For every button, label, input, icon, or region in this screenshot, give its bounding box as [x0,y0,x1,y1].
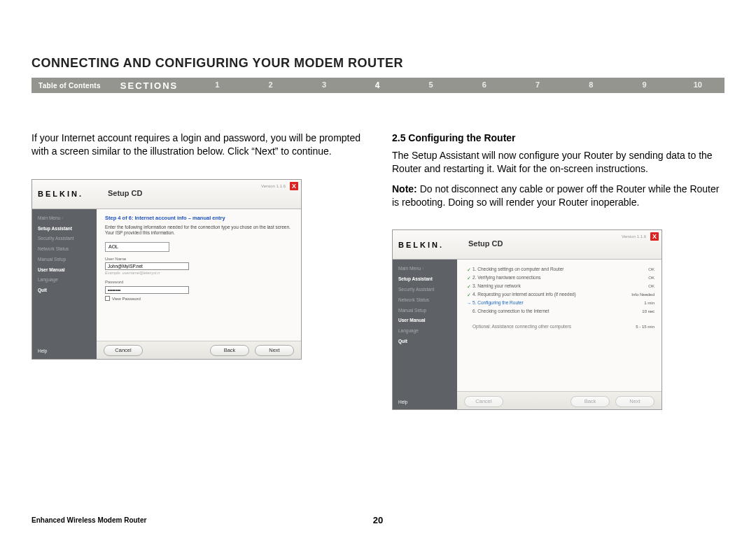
left-paragraph: If your Internet account requires a logi… [31,132,364,158]
page-title: CONNECTING AND CONFIGURING YOUR MODEM RO… [31,56,724,71]
nav-toc-link[interactable]: Table of Contents [31,82,108,90]
sidebar-item-quit[interactable]: Quit [32,285,97,296]
step-row: ✓ 1. Checking settings on computer and R… [465,265,654,274]
page-number: 20 [373,515,383,525]
nav-section-4[interactable]: 4 [351,80,404,90]
wizard-screenshot-login: BELKIN. Setup CD Version 1.1.6 X Main Me… [31,179,302,360]
username-hint: Example: username@telenyst.rr [105,271,294,276]
nav-section-3[interactable]: 3 [298,80,351,90]
view-password-label: View Password [112,297,141,301]
view-password-checkbox[interactable] [105,296,110,301]
note-label: Note: [392,183,417,194]
next-button: Next [615,396,654,407]
nav-section-2[interactable]: 2 [244,80,298,90]
nav-section-5[interactable]: 5 [404,80,457,90]
sidebar-item-quit[interactable]: Quit [393,337,457,347]
sidebar-item-language[interactable]: Language [393,326,457,337]
step-status: OK [624,267,654,272]
step-status: 10 sec [624,309,654,314]
cancel-button: Cancel [464,396,503,407]
step-text: Optional: Assistance connecting other co… [472,324,624,330]
close-icon[interactable]: X [290,182,298,190]
sidebar-item-setup-assistant[interactable]: Setup Assistant [32,224,97,234]
sidebar-item-network-status[interactable]: Network Status [32,244,97,255]
sidebar-item-language[interactable]: Language [32,275,97,285]
wizard-sidebar: Main Menu Setup Assistant Security Assis… [393,260,457,410]
check-icon: ✓ [465,283,472,290]
note-paragraph: Note: Do not disconnect any cable or pow… [392,183,724,209]
right-paragraph: The Setup Assistant will now configure y… [392,149,724,176]
step-status: OK [624,283,654,289]
step-status: Info Needed [624,292,654,297]
sidebar-item-security-assistant[interactable]: Security Assistant [393,285,457,295]
step-row: 6. Checking connection to the Internet 1… [465,307,654,316]
nav-section-1[interactable]: 1 [190,80,244,90]
username-input[interactable] [105,262,189,270]
step-status: 5 - 15 min [624,324,654,330]
username-label: User Name [105,256,294,262]
step-text: 3. Naming your network [472,283,624,290]
step-row: ✓ 2. Verifying hardware connections OK [465,274,654,282]
step-row: ✓ 4. Requesting your internet account in… [465,290,654,299]
step-text: 5. Configuring the Router [472,300,624,306]
wizard-step-title: Step 4 of 6: Internet account info – man… [105,215,294,222]
step-status: OK [624,275,654,281]
step-row: → 5. Configuring the Router 1 min [465,299,654,307]
wizard-step-description: Enter the following information needed f… [105,225,294,236]
nav-section-6[interactable]: 6 [458,80,511,90]
wizard-header-title: Setup CD [108,188,143,199]
left-column: If your Internet account requires a logi… [31,132,364,410]
nav-section-8[interactable]: 8 [564,80,617,90]
sidebar-item-manual-setup[interactable]: Manual Setup [32,255,97,265]
wizard-sidebar: Main Menu Setup Assistant Security Assis… [32,209,97,360]
password-label: Password [105,279,294,285]
step-row-optional: Optional: Assistance connecting other co… [465,323,654,331]
sidebar-item-main-menu[interactable]: Main Menu [393,264,457,274]
sidebar-item-security-assistant[interactable]: Security Assistant [32,234,97,244]
step-text: 6. Checking connection to the Internet [472,309,624,315]
check-icon: ✓ [465,267,472,273]
check-icon: ✓ [465,275,472,281]
sidebar-item-user-manual[interactable]: User Manual [32,265,97,276]
nav-section-10[interactable]: 10 [671,80,724,90]
note-body: Do not disconnect any cable or power off… [392,183,719,208]
close-icon[interactable]: X [650,232,659,241]
step-text: 2. Verifying hardware connections [472,275,624,281]
wizard-version: Version 1.1.6 [261,183,286,189]
sidebar-help-link[interactable]: Help [32,344,97,360]
step-text: 1. Checking settings on computer and Rou… [472,267,624,273]
wizard-version: Version 1.1.6 [622,234,646,239]
wizard-header-title: Setup CD [468,239,503,249]
check-icon: ✓ [465,292,472,298]
step-row: ✓ 3. Naming your network OK [465,282,654,290]
step-text: 4. Requesting your internet account info… [472,292,624,298]
arrow-right-icon: → [465,300,472,306]
step-status: 1 min [624,300,654,306]
isp-select[interactable]: AOL [105,242,169,252]
cancel-button[interactable]: Cancel [104,345,143,356]
footer-product-name: Enhanced Wireless Modem Router [31,516,146,524]
right-column: 2.5 Configuring the Router The Setup Ass… [392,132,724,410]
sidebar-help-link[interactable]: Help [393,395,457,411]
section-nav-bar: Table of Contents SECTIONS 1 2 3 4 5 6 7… [31,78,724,93]
belkin-logo: BELKIN. [38,189,83,199]
wizard-screenshot-configuring: BELKIN. Setup CD Version 1.1.6 X Main Me… [392,229,662,410]
nav-sections-label: SECTIONS [108,80,190,91]
sidebar-item-network-status[interactable]: Network Status [393,295,457,306]
belkin-logo: BELKIN. [398,240,444,250]
sidebar-item-setup-assistant[interactable]: Setup Assistant [393,274,457,285]
sidebar-item-manual-setup[interactable]: Manual Setup [393,306,457,316]
back-button: Back [570,396,610,407]
step-list: ✓ 1. Checking settings on computer and R… [465,265,654,331]
nav-section-7[interactable]: 7 [511,80,564,90]
password-input[interactable] [105,286,189,294]
sidebar-item-main-menu[interactable]: Main Menu [32,213,97,224]
nav-section-9[interactable]: 9 [617,80,671,90]
section-heading: 2.5 Configuring the Router [392,132,724,145]
back-button[interactable]: Back [210,345,249,356]
sidebar-item-user-manual[interactable]: User Manual [393,316,457,326]
next-button[interactable]: Next [255,345,294,356]
